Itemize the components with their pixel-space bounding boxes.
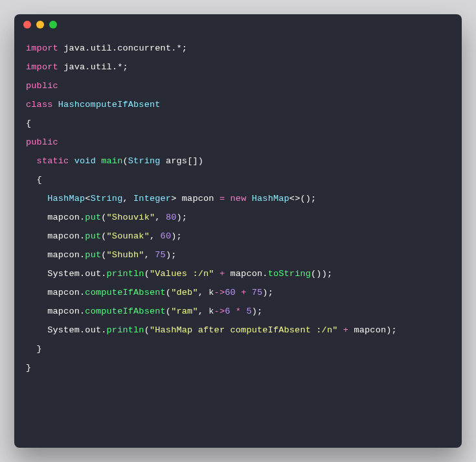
- code-token: .: [101, 269, 106, 279]
- code-token: [338, 325, 343, 335]
- code-token: );: [262, 288, 273, 297]
- code-token: 75: [252, 288, 263, 297]
- code-token: *: [236, 306, 241, 316]
- code-token: println: [107, 269, 144, 279]
- code-token: ->: [214, 306, 225, 316]
- code-token: main: [101, 156, 122, 166]
- code-token: ();: [300, 194, 316, 203]
- code-token: {: [26, 175, 42, 185]
- code-token: import: [26, 62, 58, 72]
- code-token: }: [26, 363, 31, 373]
- code-token: );: [171, 231, 182, 241]
- code-token: "Sounak": [107, 231, 150, 241]
- code-token: [236, 288, 241, 297]
- code-token: [58, 43, 63, 53]
- code-token: computeIfAbsent: [85, 288, 166, 297]
- code-line: HashMap<String, Integer> mapcon = new Ha…: [26, 189, 450, 208]
- code-token: args: [161, 156, 188, 166]
- code-token: println: [107, 325, 144, 335]
- code-token: .: [101, 325, 106, 335]
- code-token: import: [26, 43, 58, 53]
- code-line: mapcon.put("Sounak", 60);: [26, 227, 450, 246]
- code-token: 6: [225, 306, 230, 316]
- code-token: .: [112, 43, 117, 53]
- code-token: new: [231, 194, 247, 203]
- code-token: .: [262, 269, 267, 279]
- code-token: }: [26, 344, 42, 354]
- code-token: "HashMap after computeIfAbsent :/n": [150, 325, 338, 335]
- code-token: [58, 62, 63, 72]
- code-token: );: [386, 325, 397, 335]
- code-token: java: [63, 43, 85, 53]
- code-token: <: [85, 194, 90, 203]
- code-line: {: [26, 170, 450, 189]
- code-token: out: [85, 269, 101, 279]
- code-token: mapcon: [225, 269, 262, 279]
- code-token: .*;: [112, 62, 128, 72]
- minimize-icon[interactable]: [36, 21, 44, 29]
- code-token: "Shouvik": [107, 213, 155, 222]
- code-token: java: [63, 62, 85, 72]
- window-titlebar: [14, 14, 462, 35]
- code-token: computeIfAbsent: [85, 306, 166, 316]
- code-token: , k: [198, 288, 214, 297]
- code-line: }: [26, 358, 450, 377]
- code-token: String: [91, 194, 123, 203]
- code-token: [246, 194, 251, 203]
- code-window: import java.util.concurrent.*;import jav…: [14, 14, 462, 448]
- code-token: [26, 194, 47, 203]
- code-line: class HashcomputeIfAbsent: [26, 95, 450, 114]
- code-line: public: [26, 133, 450, 152]
- code-line: import java.util.concurrent.*;: [26, 39, 450, 58]
- code-token: [246, 288, 251, 297]
- code-token: {: [26, 119, 31, 128]
- code-token: mapcon: [348, 325, 386, 335]
- code-token: [69, 156, 74, 166]
- code-token: mapcon: [26, 288, 80, 297]
- code-token: , k: [198, 306, 214, 316]
- code-line: {: [26, 114, 450, 133]
- code-token: HashMap: [47, 194, 85, 203]
- code-token: 80: [166, 213, 177, 222]
- code-token: +: [343, 325, 348, 335]
- code-token: 5: [246, 306, 251, 316]
- code-token: class: [26, 100, 58, 110]
- code-token: concurrent: [117, 43, 171, 53]
- code-token: HashcomputeIfAbsent: [58, 100, 161, 110]
- code-token: (: [122, 156, 128, 166]
- code-token: ,: [155, 213, 166, 222]
- code-token: put: [85, 213, 101, 222]
- code-token: (: [101, 250, 106, 260]
- code-token: mapcon: [26, 250, 80, 260]
- code-token: (: [144, 269, 150, 279]
- code-line: System.out.println("HashMap after comput…: [26, 321, 450, 340]
- code-token: [214, 269, 220, 279]
- code-token: (: [166, 288, 171, 297]
- close-icon[interactable]: [23, 21, 31, 29]
- code-token: Integer: [133, 194, 171, 203]
- code-line: public: [26, 76, 450, 95]
- code-token: .: [85, 62, 90, 72]
- code-token: );: [252, 306, 263, 316]
- code-token: put: [85, 250, 101, 260]
- code-token: "deb": [171, 288, 198, 297]
- zoom-icon[interactable]: [49, 21, 57, 29]
- code-token: );: [166, 250, 177, 260]
- code-token: .*;: [171, 43, 187, 53]
- code-token: ->: [214, 288, 225, 297]
- code-token: <>: [289, 194, 300, 203]
- code-token: 75: [155, 250, 166, 260]
- code-token: ());: [311, 269, 332, 279]
- code-token: util: [91, 43, 112, 53]
- code-token: mapcon: [26, 213, 80, 222]
- code-token: "ram": [171, 306, 198, 316]
- code-token: static: [37, 156, 69, 166]
- code-token: =: [220, 194, 225, 203]
- code-token: [225, 194, 230, 203]
- code-line: import java.util.*;: [26, 58, 450, 76]
- code-token: System: [26, 269, 80, 279]
- code-token: ,: [150, 231, 161, 241]
- code-line: static void main(String args[]): [26, 152, 450, 170]
- code-token: );: [176, 213, 187, 222]
- code-line: mapcon.computeIfAbsent("ram", k->6 * 5);: [26, 302, 450, 321]
